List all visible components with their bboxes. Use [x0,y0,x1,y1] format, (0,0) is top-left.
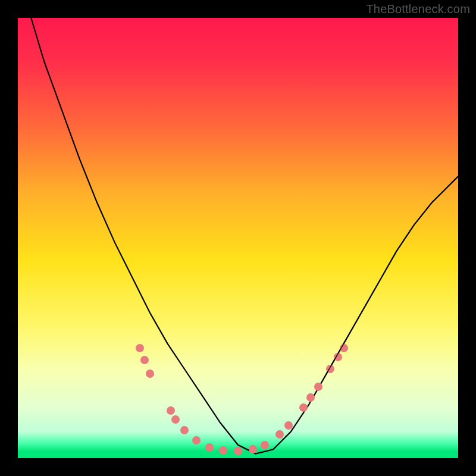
watermark-text: TheBottleneck.com [366,2,470,16]
marker-left-0 [136,344,144,352]
marker-left-2 [146,369,154,378]
marker-bottom-1 [219,446,227,455]
marker-group [136,344,348,455]
marker-left-4 [171,415,180,424]
stage: TheBottleneck.com [0,0,476,476]
marker-bottom-4 [261,441,269,449]
marker-left-1 [140,356,149,364]
marker-right-1 [284,421,293,430]
marker-right-2 [299,403,308,412]
plot-area [18,18,458,458]
marker-right-3 [306,393,315,402]
marker-bottom-3 [249,445,257,453]
marker-right-0 [275,430,284,439]
marker-bottom-0 [205,443,214,452]
bottleneck-curve-path [31,18,458,454]
marker-left-6 [192,436,201,444]
marker-left-5 [180,426,189,434]
marker-right-4 [314,383,322,391]
marker-left-3 [167,406,175,415]
chart-overlay [18,18,458,458]
marker-bottom-2 [234,447,242,455]
